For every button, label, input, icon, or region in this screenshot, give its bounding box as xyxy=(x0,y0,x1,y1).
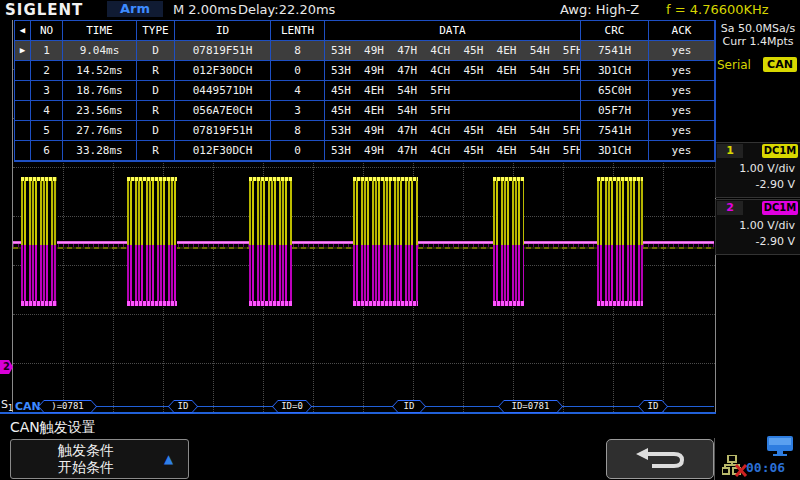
cell-time[interactable]: 27.76ms xyxy=(63,121,137,141)
cell-no[interactable]: 4 xyxy=(31,101,63,121)
menu-title: CAN触发设置 xyxy=(10,419,96,437)
softkey-label: 触发条件 xyxy=(11,442,161,460)
delay-readout: Delay:22.20ms xyxy=(238,2,335,17)
ch2-burst xyxy=(493,245,524,302)
cell-ack[interactable]: yes xyxy=(649,141,715,161)
channel1-scale: 1.00 V/div xyxy=(739,162,795,175)
cell-no[interactable]: 1 xyxy=(31,41,63,61)
ch2-burst xyxy=(21,245,57,302)
ch2-burst xyxy=(597,245,643,302)
cell-time[interactable]: 14.52ms xyxy=(63,61,137,81)
grid-hline xyxy=(13,363,715,364)
decode-frame-label: ID xyxy=(169,401,197,412)
channel1-coupling-badge: DC1M xyxy=(762,144,798,158)
ch2-burst-cap xyxy=(21,301,57,306)
cell-no[interactable]: 5 xyxy=(31,121,63,141)
column-header-id: ID xyxy=(175,21,271,41)
cell-lenth[interactable]: 3 xyxy=(271,101,325,121)
cell-time[interactable]: 33.28ms xyxy=(63,141,137,161)
column-header-type: TYPE xyxy=(137,21,175,41)
graticule-bottom-border xyxy=(0,412,716,414)
serial-bus-source-label: S1 xyxy=(1,398,13,413)
cell-no[interactable]: 2 xyxy=(31,61,63,81)
cell-ack[interactable]: yes xyxy=(649,81,715,101)
cell-time[interactable]: 18.76ms xyxy=(63,81,137,101)
lan-disconnected-icon xyxy=(722,455,748,477)
top-status-bar: SIGLENT Arm M 2.00ms Delay:22.20ms Awg: … xyxy=(0,0,800,19)
cell-data[interactable]: 53H 49H 47H 4CH 45H 4EH 54H 5FH xyxy=(325,121,581,141)
cell-crc[interactable]: 3D1CH xyxy=(581,61,649,81)
memory-depth-readout: Curr 1.4Mpts xyxy=(718,35,798,48)
cell-id[interactable]: 07819F51H xyxy=(175,41,271,61)
decode-frame-label: ID xyxy=(393,401,425,412)
cell-ack[interactable]: yes xyxy=(649,61,715,81)
decode-frame-label: ID=0781 xyxy=(499,401,562,412)
decode-frame: ID xyxy=(392,400,426,413)
return-icon xyxy=(632,446,688,472)
decode-frame-label: )=0781 xyxy=(39,401,96,412)
cell-no[interactable]: 3 xyxy=(31,81,63,101)
cell-lenth[interactable]: 0 xyxy=(271,61,325,81)
serial-label: Serial xyxy=(717,58,751,72)
ch2-burst-cap xyxy=(249,301,292,306)
cell-data[interactable]: 45H 4EH 54H 5FH xyxy=(325,81,581,101)
serial-bus-badge[interactable]: CAN xyxy=(763,57,797,72)
cell-id[interactable]: 012F30DCH xyxy=(175,141,271,161)
cell-data[interactable]: 45H 4EH 54H 5FH xyxy=(325,101,581,121)
awg-status: Awg: High-Z xyxy=(560,2,639,17)
cell-ack[interactable]: yes xyxy=(649,101,715,121)
ch2-burst xyxy=(353,245,418,302)
cell-type[interactable]: R xyxy=(137,141,175,161)
cell-type[interactable]: D xyxy=(137,41,175,61)
ch1-burst xyxy=(353,181,418,247)
channel1-info-box[interactable]: 1 DC1M 1.00 V/div -2.90 V xyxy=(715,142,800,198)
grid-hline xyxy=(13,167,715,168)
ch2-burst-cap xyxy=(597,301,643,306)
decode-frame: ID xyxy=(638,400,668,413)
cell-ack[interactable]: yes xyxy=(649,121,715,141)
cell-lenth[interactable]: 0 xyxy=(271,141,325,161)
decode-bus-line xyxy=(38,406,714,407)
cell-crc[interactable]: 7541H xyxy=(581,41,649,61)
cell-id[interactable]: 0449571DH xyxy=(175,81,271,101)
cell-data[interactable]: 53H 49H 47H 4CH 45H 4EH 54H 5FH xyxy=(325,61,581,81)
return-button[interactable] xyxy=(606,439,714,479)
cell-time[interactable]: 9.04ms xyxy=(63,41,137,61)
cell-type[interactable]: R xyxy=(137,61,175,81)
cell-type[interactable]: R xyxy=(137,101,175,121)
softkey-value: 开始条件 xyxy=(11,459,161,477)
cell-time[interactable]: 23.56ms xyxy=(63,101,137,121)
cell-lenth[interactable]: 4 xyxy=(271,81,325,101)
decode-frame: ID=0 xyxy=(272,400,312,413)
cell-no[interactable]: 6 xyxy=(31,141,63,161)
cell-crc[interactable]: 65C0H xyxy=(581,81,649,101)
cell-data[interactable]: 53H 49H 47H 4CH 45H 4EH 54H 5FH xyxy=(325,41,581,61)
ch2-burst xyxy=(127,245,177,302)
ch2-burst xyxy=(249,245,292,302)
channel2-scale: 1.00 V/div xyxy=(739,219,795,232)
channel2-info-box[interactable]: 2 DC1M 1.00 V/div -2.90 V xyxy=(715,199,800,255)
cell-type[interactable]: D xyxy=(137,121,175,141)
trigger-status-badge: Arm xyxy=(107,1,163,17)
cell-crc[interactable]: 05F7H xyxy=(581,101,649,121)
column-header-time: TIME xyxy=(63,21,137,41)
cell-lenth[interactable]: 8 xyxy=(271,41,325,61)
softkey-trigger-condition[interactable]: 触发条件 开始条件 ▲ xyxy=(10,439,189,479)
cell-type[interactable]: D xyxy=(137,81,175,101)
table-scroll-left-icon[interactable]: ◀ xyxy=(15,21,31,41)
decode-frame-label: ID xyxy=(639,401,667,412)
cell-crc[interactable]: 3D1CH xyxy=(581,141,649,161)
cell-crc[interactable]: 7541H xyxy=(581,121,649,141)
cell-lenth[interactable]: 8 xyxy=(271,121,325,141)
cell-id[interactable]: 012F30DCH xyxy=(175,61,271,81)
cell-id[interactable]: 056A7E0CH xyxy=(175,101,271,121)
channel2-offset: -2.90 V xyxy=(756,235,795,248)
row-pointer xyxy=(15,61,31,81)
row-pointer xyxy=(15,101,31,121)
column-header-ack: ACK xyxy=(649,21,715,41)
timebase-readout: M 2.00ms xyxy=(173,2,237,17)
cell-ack[interactable]: yes xyxy=(649,41,715,61)
ch2-burst-cap xyxy=(493,301,524,306)
cell-id[interactable]: 07819F51H xyxy=(175,121,271,141)
cell-data[interactable]: 53H 49H 47H 4CH 45H 4EH 54H 5FH xyxy=(325,141,581,161)
